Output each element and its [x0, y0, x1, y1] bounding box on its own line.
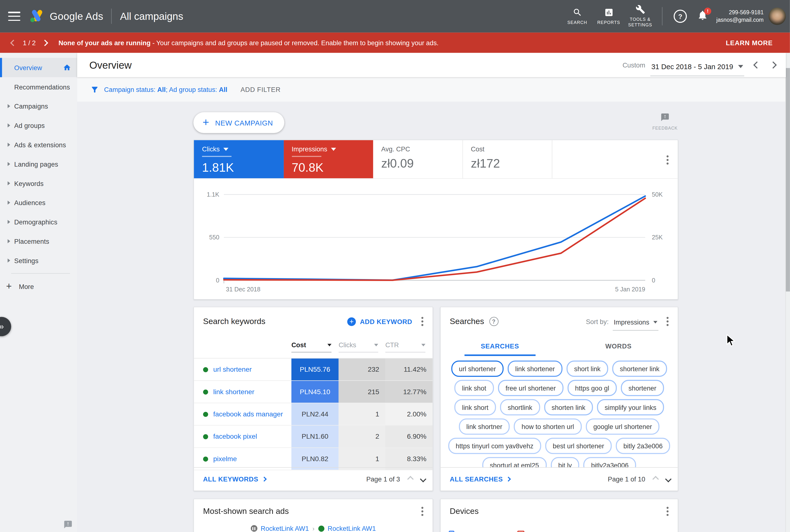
metric-card-cost[interactable]: Costzł172 — [463, 140, 552, 178]
tab-searches[interactable]: SEARCHES — [441, 336, 559, 356]
filter-icon — [91, 85, 99, 94]
search-term-chip[interactable]: link shortener — [508, 361, 562, 377]
clicks-cell: 1 — [339, 403, 385, 425]
sidebar-item-settings[interactable]: Settings — [0, 251, 77, 270]
sidebar-item-recommendations[interactable]: Recommendations — [0, 77, 77, 96]
sidebar-collapse-button[interactable]: » — [0, 317, 11, 336]
search-term-chip[interactable]: url shortener — [451, 361, 503, 377]
search-term-chip[interactable]: how to shorten url — [514, 418, 582, 435]
topbar-nav-tools-settings[interactable]: TOOLS & SETTINGS — [624, 0, 656, 33]
status-enabled-icon — [318, 525, 324, 531]
add-filter-button[interactable]: ADD FILTER — [240, 86, 281, 93]
banner-prev-icon[interactable] — [10, 39, 17, 46]
topbar-nav-search[interactable]: SEARCH — [562, 0, 593, 33]
product-name: Google Ads — [50, 11, 103, 22]
search-term-chip[interactable]: https goo gl — [567, 380, 617, 396]
sidebar-item-overview[interactable]: Overview — [0, 58, 77, 77]
breadcrumb-link[interactable]: RocketLink AW1 — [261, 525, 309, 532]
sidebar-item-ads-extensions[interactable]: Ads & extensions — [0, 135, 77, 154]
more-options-icon[interactable] — [664, 315, 671, 328]
expand-arrow-icon — [7, 162, 10, 166]
metric-card-impressions[interactable]: Impressions70.8K — [284, 140, 373, 178]
notifications-bell-icon[interactable]: ! — [697, 10, 708, 23]
ctr-cell: 12.77% — [385, 381, 432, 403]
metric-card-avg-cpc[interactable]: Avg. CPCzł0.09 — [373, 140, 463, 178]
search-term-chip[interactable]: free url shortener — [498, 380, 563, 396]
sidebar-item-placements[interactable]: Placements — [0, 232, 77, 251]
more-options-icon[interactable] — [419, 505, 425, 518]
sort-by-select[interactable]: Impressions — [613, 318, 658, 331]
feedback-button[interactable]: FEEDBACK — [650, 113, 680, 130]
learn-more-button[interactable]: LEARN MORE — [726, 39, 773, 47]
all-keywords-link[interactable]: ALL KEYWORDS — [203, 475, 266, 483]
new-campaign-button[interactable]: + NEW CAMPAIGN — [193, 112, 284, 133]
sort-column-clicks[interactable]: Clicks — [339, 341, 378, 352]
prev-period-icon[interactable] — [753, 61, 761, 69]
search-term-chip[interactable]: google url shortener — [586, 418, 660, 435]
feedback-bubble-icon[interactable] — [63, 520, 73, 531]
banner-message-bold: None of your ads are running — [58, 39, 151, 47]
keyword-link[interactable]: facebook pixel — [194, 425, 291, 448]
search-term-chip[interactable]: link shot — [455, 380, 494, 396]
page-up-icon[interactable] — [653, 475, 658, 483]
sort-column-cost[interactable]: Cost — [291, 341, 331, 352]
search-term-chip[interactable]: link shortner — [459, 418, 510, 435]
sidebar-item-label: Keywords — [14, 179, 44, 187]
sidebar-item-demographics[interactable]: Demographics — [0, 212, 77, 232]
search-term-chip[interactable]: shorten link — [544, 399, 593, 415]
banner-next-icon[interactable] — [42, 39, 49, 46]
avatar[interactable] — [769, 7, 786, 25]
page-up-icon[interactable] — [408, 475, 413, 483]
keyword-text: pixelme — [213, 455, 237, 463]
sidebar-item-audiences[interactable]: Audiences — [0, 193, 77, 212]
keyword-link[interactable]: link shortener — [194, 381, 291, 403]
table-row: facebook ads managerPLN2.4412.00% — [194, 403, 432, 425]
topbar-nav-reports[interactable]: REPORTS — [593, 0, 624, 33]
table-row: url shortenerPLN55.7623211.42% — [194, 359, 432, 381]
active-filters-link[interactable]: Campaign status: All; Ad group status: A… — [104, 86, 227, 93]
sidebar-item-campaigns[interactable]: Campaigns — [0, 96, 77, 116]
google-ads-app: Google Ads All campaigns SEARCHREPORTSTO… — [0, 0, 790, 532]
search-term-chip[interactable]: bitly2a3e006 — [583, 457, 636, 467]
page-down-icon[interactable] — [421, 475, 425, 483]
alert-banner: 1 / 2 None of your ads are running - You… — [0, 33, 790, 53]
next-period-icon[interactable] — [770, 61, 777, 69]
sidebar-item-ad-groups[interactable]: Ad groups — [0, 116, 77, 135]
keyword-link[interactable]: pixelme — [194, 448, 291, 470]
add-keyword-button[interactable]: + ADD KEYWORD — [347, 317, 412, 326]
sidebar-item-landing-pages[interactable]: Landing pages — [0, 154, 77, 174]
search-term-chip[interactable]: best url shortener — [545, 438, 612, 454]
keyword-link[interactable]: url shortener — [194, 359, 291, 380]
sidebar-item-more[interactable]: + More — [0, 277, 77, 296]
search-term-chip[interactable]: shortener — [621, 380, 664, 396]
overview-summary-card: Clicks1.81KImpressions70.8KAvg. CPCzł0.0… — [193, 140, 678, 300]
legend-item-mobile-phones: Mobile Phones — [449, 531, 500, 532]
date-range-picker[interactable]: 31 Dec 2018 - 5 Jan 2019 — [650, 60, 744, 76]
search-term-chip[interactable]: shortlink — [500, 399, 540, 415]
breadcrumb-link[interactable]: RocketLink AW1 — [328, 525, 376, 532]
more-options-icon[interactable] — [664, 505, 671, 518]
search-term-chip[interactable]: bit ly — [551, 457, 579, 467]
sidebar-item-keywords[interactable]: Keywords — [0, 174, 77, 193]
sort-column-ctr[interactable]: CTR — [385, 341, 425, 352]
topbar-page-title: All campaigns — [120, 11, 183, 22]
search-term-chip[interactable]: https tinyurl com yav8vehz — [448, 438, 541, 454]
search-term-chip[interactable]: shorturl at eml25 — [482, 457, 546, 467]
search-term-chip[interactable]: short link — [566, 361, 608, 377]
menu-icon[interactable] — [8, 12, 20, 21]
help-icon[interactable]: ? — [674, 10, 687, 23]
status-paused-icon — [251, 525, 257, 532]
help-circle-icon[interactable]: ? — [489, 317, 499, 326]
metric-card-clicks[interactable]: Clicks1.81K — [194, 140, 284, 178]
search-term-chip[interactable]: shortener link — [612, 361, 667, 377]
search-term-chip[interactable]: bitly 2a3e006 — [616, 438, 670, 454]
scrollbar-thumb[interactable] — [786, 68, 790, 291]
all-searches-link[interactable]: ALL SEARCHES — [450, 475, 510, 483]
page-down-icon[interactable] — [666, 475, 671, 483]
search-term-chip[interactable]: link short — [455, 399, 496, 415]
more-options-icon[interactable] — [419, 315, 425, 328]
search-term-chip[interactable]: simplify your links — [597, 399, 664, 415]
more-options-icon[interactable] — [664, 153, 671, 167]
tab-words[interactable]: WORDS — [559, 336, 678, 356]
keyword-link[interactable]: facebook ads manager — [194, 403, 291, 425]
